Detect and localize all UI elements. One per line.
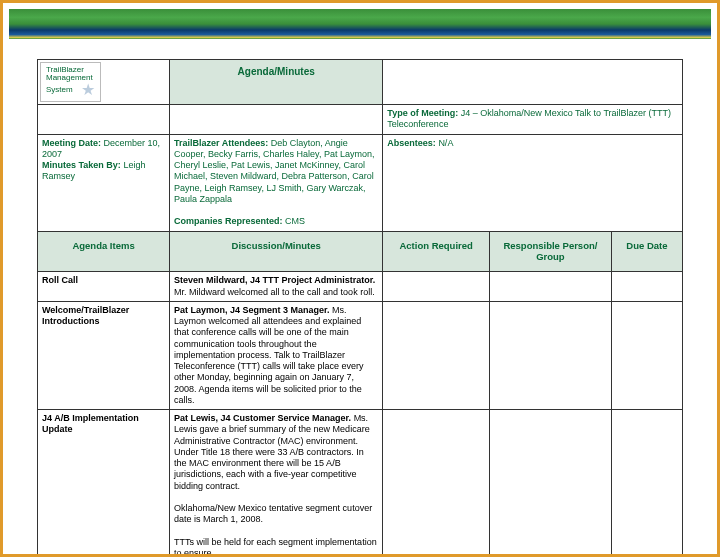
star-icon: ★: [81, 81, 95, 98]
text: Ms. Lewis gave a brief summary of the ne…: [174, 413, 370, 491]
absentees-cell: Absentees: N/A: [383, 134, 683, 231]
lead: Pat Laymon, J4 Segment 3 Manager.: [174, 305, 330, 315]
top-banner: [9, 9, 711, 39]
info-row: Meeting Date: December 10, 2007 Minutes …: [38, 134, 683, 231]
blank-mid: [170, 105, 383, 135]
meeting-type-cell: Type of Meeting: J4 – Oklahoma/New Mexic…: [383, 105, 683, 135]
minutes-by-label: Minutes Taken By:: [42, 160, 121, 170]
table-row: Roll Call Steven Mildward, J4 TTT Projec…: [38, 272, 683, 302]
text2: Oklahoma/New Mexico tentative segment cu…: [174, 503, 372, 524]
logo-l3: System: [46, 85, 73, 94]
agenda-table: TrailBlazer Management System ★ Agenda/M…: [37, 59, 683, 557]
discussion-cell: Steven Mildward, J4 TTT Project Administ…: [170, 272, 383, 302]
discussion-cell: Pat Lewis, J4 Customer Service Manager. …: [170, 410, 383, 558]
document-area: TrailBlazer Management System ★ Agenda/M…: [9, 49, 711, 557]
meeting-date-cell: Meeting Date: December 10, 2007 Minutes …: [38, 134, 170, 231]
table-row: J4 A/B Implementation Update Pat Lewis, …: [38, 410, 683, 558]
agenda-item: J4 A/B Implementation Update: [38, 410, 170, 558]
action-cell: [383, 410, 490, 558]
text3: TTTs will be held for each segment imple…: [174, 537, 377, 557]
responsible-cell: [489, 410, 611, 558]
duedate-cell: [611, 410, 682, 558]
companies-value: CMS: [285, 216, 305, 226]
col-responsible: Responsible Person/ Group: [489, 231, 611, 272]
title-blank: [383, 60, 683, 105]
logo-cell: TrailBlazer Management System ★: [38, 60, 170, 105]
duedate-cell: [611, 272, 682, 302]
title-row: TrailBlazer Management System ★ Agenda/M…: [38, 60, 683, 105]
column-header-row: Agenda Items Discussion/Minutes Action R…: [38, 231, 683, 272]
lead: Pat Lewis, J4 Customer Service Manager.: [174, 413, 351, 423]
meeting-date-label: Meeting Date:: [42, 138, 101, 148]
meeting-type-row: Type of Meeting: J4 – Oklahoma/New Mexic…: [38, 105, 683, 135]
action-cell: [383, 301, 490, 409]
responsible-cell: [489, 272, 611, 302]
logo-graphic: TrailBlazer Management System ★: [40, 62, 101, 102]
absentees-label: Absentees:: [387, 138, 436, 148]
table-row: Welcome/TrailBlazer Introductions Pat La…: [38, 301, 683, 409]
duedate-cell: [611, 301, 682, 409]
companies-label: Companies Represented:: [174, 216, 283, 226]
attendees-cell: TrailBlazer Attendees: Deb Clayton, Angi…: [170, 134, 383, 231]
col-discussion: Discussion/Minutes: [170, 231, 383, 272]
title-cell: Agenda/Minutes: [170, 60, 383, 105]
absentees-value: N/A: [438, 138, 453, 148]
lead: Steven Mildward, J4 TTT Project Administ…: [174, 275, 375, 285]
col-duedate: Due Date: [611, 231, 682, 272]
text: Ms. Laymon welcomed all attendees and ex…: [174, 305, 364, 405]
discussion-cell: Pat Laymon, J4 Segment 3 Manager. Ms. La…: [170, 301, 383, 409]
agenda-item: Welcome/TrailBlazer Introductions: [38, 301, 170, 409]
col-action: Action Required: [383, 231, 490, 272]
attendees-label: TrailBlazer Attendees:: [174, 138, 268, 148]
agenda-item: Roll Call: [38, 272, 170, 302]
responsible-cell: [489, 301, 611, 409]
meeting-type-label: Type of Meeting:: [387, 108, 458, 118]
action-cell: [383, 272, 490, 302]
blank-left: [38, 105, 170, 135]
col-agenda: Agenda Items: [38, 231, 170, 272]
text: Mr. Mildward welcomed all to the call an…: [174, 287, 375, 297]
